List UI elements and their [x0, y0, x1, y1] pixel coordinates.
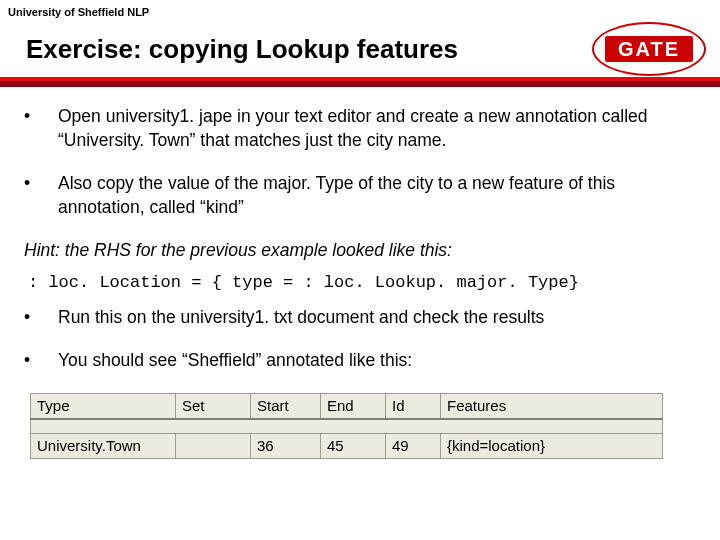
table-header-row: Type Set Start End Id Features — [31, 393, 663, 419]
table-row: University.Town 36 45 49 {kind=location} — [31, 433, 663, 458]
bullet-list-1: • Open university1. jape in your text ed… — [24, 105, 696, 220]
col-set[interactable]: Set — [176, 393, 251, 419]
list-item: • Also copy the value of the major. Type… — [24, 172, 696, 219]
bullet-text: You should see “Sheffield” annotated lik… — [58, 349, 412, 373]
bullet-dot: • — [24, 172, 58, 219]
cell-end: 45 — [321, 433, 386, 458]
annotation-table: Type Set Start End Id Features Universit… — [30, 393, 663, 459]
table-gap — [31, 419, 663, 434]
organization-name: University of Sheffield NLP — [0, 0, 720, 20]
col-features[interactable]: Features — [441, 393, 663, 419]
col-start[interactable]: Start — [251, 393, 321, 419]
col-end[interactable]: End — [321, 393, 386, 419]
cell-type: University.Town — [31, 433, 176, 458]
bullet-dot: • — [24, 306, 58, 330]
cell-start: 36 — [251, 433, 321, 458]
list-item: • Run this on the university1. txt docum… — [24, 306, 696, 330]
bullet-text: Open university1. jape in your text edit… — [58, 105, 696, 152]
code-line: : loc. Location = { type = : loc. Lookup… — [28, 273, 696, 292]
title-underline-inner — [0, 77, 720, 81]
col-type[interactable]: Type — [31, 393, 176, 419]
list-item: • You should see “Sheffield” annotated l… — [24, 349, 696, 373]
slide-body: • Open university1. jape in your text ed… — [0, 87, 720, 373]
bullet-list-2: • Run this on the university1. txt docum… — [24, 306, 696, 373]
bullet-dot: • — [24, 105, 58, 152]
cell-id: 49 — [386, 433, 441, 458]
bullet-dot: • — [24, 349, 58, 373]
gate-logo: GATE — [592, 22, 706, 76]
col-id[interactable]: Id — [386, 393, 441, 419]
list-item: • Open university1. jape in your text ed… — [24, 105, 696, 152]
slide-header: University of Sheffield NLP Exercise: co… — [0, 0, 720, 87]
annotation-table-wrap: Type Set Start End Id Features Universit… — [30, 393, 662, 459]
cell-features: {kind=location} — [441, 433, 663, 458]
bullet-text: Also copy the value of the major. Type o… — [58, 172, 696, 219]
cell-set — [176, 433, 251, 458]
gate-logo-text: GATE — [605, 36, 693, 62]
bullet-text: Run this on the university1. txt documen… — [58, 306, 544, 330]
hint-text: Hint: the RHS for the previous example l… — [24, 240, 696, 261]
title-underline — [0, 77, 720, 87]
